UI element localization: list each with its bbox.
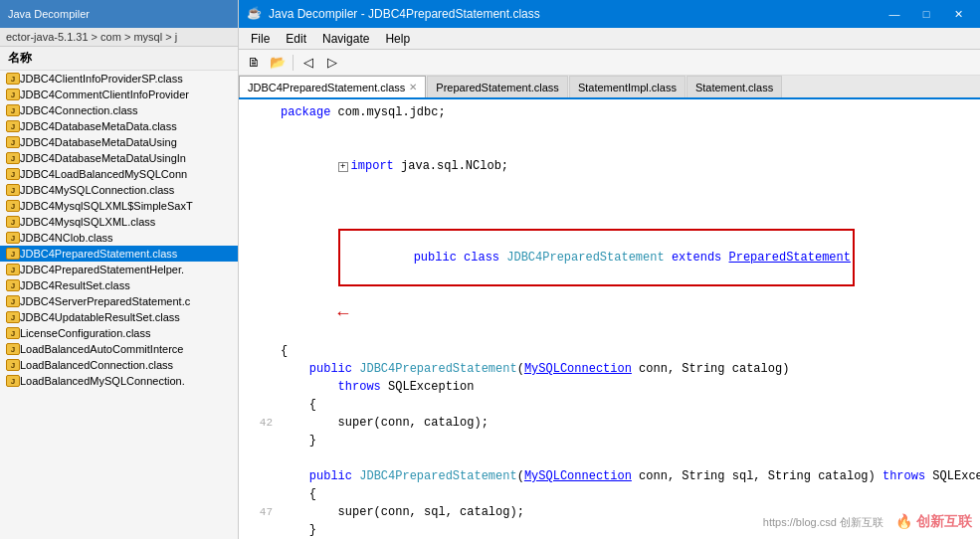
toolbar-forward[interactable]: ▷ bbox=[321, 53, 343, 73]
toolbar-sep bbox=[293, 55, 294, 71]
list-item[interactable]: JJDBC4MysqlSQLXML.class bbox=[0, 214, 238, 230]
file-name: JDBC4PreparedStatementHelper. bbox=[20, 264, 184, 275]
class-icon: J bbox=[6, 327, 20, 339]
list-item[interactable]: JJDBC4ClientInfoProviderSP.class bbox=[0, 71, 238, 87]
sidebar-header: Java Decompiler bbox=[0, 0, 238, 28]
app-icon: ☕ bbox=[247, 6, 263, 22]
list-item[interactable]: JJDBC4DatabaseMetaData.class bbox=[0, 118, 238, 134]
list-item[interactable]: JLoadBalancedMySQLConnection. bbox=[0, 373, 238, 389]
file-name: LoadBalancedAutoCommitInterce bbox=[20, 343, 183, 355]
tab-3[interactable]: Statement.class bbox=[686, 76, 782, 97]
file-name: JDBC4DatabaseMetaDataUsing bbox=[20, 136, 177, 148]
class-icon: J bbox=[6, 89, 20, 100]
file-name: JDBC4DatabaseMetaData.class bbox=[20, 120, 177, 132]
list-item[interactable]: JLoadBalancedAutoCommitInterce bbox=[0, 341, 238, 357]
sidebar: Java Decompiler ector-java-5.1.31 > com … bbox=[0, 0, 239, 539]
file-name: LoadBalancedMySQLConnection. bbox=[20, 375, 185, 387]
list-item[interactable]: JJDBC4LoadBalancedMySQLConn bbox=[0, 166, 238, 182]
code-line: +import java.sql.NClob; bbox=[239, 139, 980, 193]
file-name: JDBC4UpdatableResultSet.class bbox=[20, 311, 180, 323]
class-icon: J bbox=[6, 104, 20, 116]
tab-2[interactable]: StatementImpl.class bbox=[569, 76, 686, 97]
class-icon: J bbox=[6, 216, 20, 228]
file-name: LicenseConfiguration.class bbox=[20, 327, 150, 339]
class-declaration-line: public class JDBC4PreparedStatement exte… bbox=[239, 211, 980, 342]
list-item[interactable]: JLoadBalancedConnection.class bbox=[0, 357, 238, 373]
menu-item-edit[interactable]: Edit bbox=[278, 30, 314, 48]
class-icon: J bbox=[6, 359, 20, 371]
watermark: https://blog.csd 创新互联 🔥 创新互联 bbox=[763, 513, 972, 531]
file-name: JDBC4MysqlSQLXML.class bbox=[20, 216, 155, 228]
file-name: LoadBalancedConnection.class bbox=[20, 359, 173, 371]
file-name: JDBC4MySQLConnection.class bbox=[20, 184, 174, 196]
class-icon: J bbox=[6, 120, 20, 132]
list-item[interactable]: JJDBC4DatabaseMetaDataUsingIn bbox=[0, 150, 238, 166]
file-name: JDBC4PreparedStatement.class bbox=[20, 248, 177, 260]
menu-item-file[interactable]: File bbox=[243, 30, 278, 48]
red-arrow-icon: ← bbox=[338, 303, 349, 323]
file-name: JDBC4ServerPreparedStatement.c bbox=[20, 295, 190, 307]
tab-1[interactable]: PreparedStatement.class bbox=[427, 76, 568, 97]
tabs-bar: JDBC4PreparedStatement.class✕PreparedSta… bbox=[239, 76, 980, 99]
list-item[interactable]: JLicenseConfiguration.class bbox=[0, 325, 238, 341]
file-list: JJDBC4ClientInfoProviderSP.classJJDBC4Co… bbox=[0, 71, 238, 534]
file-name: JDBC4Connection.class bbox=[20, 104, 138, 116]
highlight-box: public class JDBC4PreparedStatement exte… bbox=[338, 229, 855, 286]
list-item[interactable]: JJDBC4NClob.class bbox=[0, 230, 238, 246]
class-icon: J bbox=[6, 184, 20, 196]
close-button[interactable]: ✕ bbox=[944, 4, 972, 24]
list-item[interactable]: JJDBC4MysqlSQLXML$SimpleSaxT bbox=[0, 198, 238, 214]
menu-item-help[interactable]: Help bbox=[377, 30, 418, 48]
file-name: JDBC4DatabaseMetaDataUsingIn bbox=[20, 152, 186, 164]
list-item[interactable]: JJDBC4CommentClientInfoProvider bbox=[0, 87, 238, 102]
class-icon: J bbox=[6, 248, 20, 260]
class-icon: J bbox=[6, 279, 20, 291]
window-title: Java Decompiler - JDBC4PreparedStatement… bbox=[269, 7, 881, 21]
file-name: JDBC4LoadBalancedMySQLConn bbox=[20, 168, 187, 180]
list-item[interactable]: JJDBC4UpdatableResultSet.class bbox=[0, 309, 238, 325]
list-item[interactable]: JJDBC4ServerPreparedStatement.c bbox=[0, 293, 238, 309]
list-item[interactable]: JJDBC4MySQLConnection.class bbox=[0, 182, 238, 198]
toolbar: 🗎 📂 ◁ ▷ bbox=[239, 50, 980, 76]
list-item[interactable]: JJDBC4ResultSet.class bbox=[0, 277, 238, 293]
toolbar-new[interactable]: 🗎 bbox=[243, 53, 265, 73]
class-icon: J bbox=[6, 264, 20, 275]
class-icon: J bbox=[6, 295, 20, 307]
list-item[interactable]: JJDBC4PreparedStatementHelper. bbox=[0, 262, 238, 277]
class-icon: J bbox=[6, 136, 20, 148]
brand-logo: 🔥 创新互联 bbox=[895, 513, 972, 529]
code-line: package com.mysql.jdbc; bbox=[239, 103, 980, 121]
class-icon: J bbox=[6, 168, 20, 180]
title-bar: ☕ Java Decompiler - JDBC4PreparedStateme… bbox=[239, 0, 980, 28]
maximize-button[interactable]: □ bbox=[912, 4, 940, 24]
tab-0[interactable]: JDBC4PreparedStatement.class✕ bbox=[239, 76, 426, 97]
window-controls: — □ ✕ bbox=[881, 4, 972, 24]
file-name: JDBC4CommentClientInfoProvider bbox=[20, 89, 189, 100]
expand-icon[interactable]: + bbox=[338, 162, 348, 172]
class-icon: J bbox=[6, 375, 20, 387]
menu-item-navigate[interactable]: Navigate bbox=[314, 30, 377, 48]
breadcrumb: ector-java-5.1.31 > com > mysql > j bbox=[0, 28, 238, 47]
file-name: JDBC4MysqlSQLXML$SimpleSaxT bbox=[20, 200, 193, 212]
tab-close-icon[interactable]: ✕ bbox=[409, 82, 417, 92]
class-icon: J bbox=[6, 343, 20, 355]
class-icon: J bbox=[6, 311, 20, 323]
code-area[interactable]: package com.mysql.jdbc; +import java.sql… bbox=[239, 99, 980, 539]
code-content: package com.mysql.jdbc; +import java.sql… bbox=[239, 99, 980, 539]
toolbar-back[interactable]: ◁ bbox=[297, 53, 319, 73]
minimize-button[interactable]: — bbox=[881, 4, 908, 24]
class-icon: J bbox=[6, 232, 20, 244]
menu-bar: FileEditNavigateHelp bbox=[239, 28, 980, 50]
file-name: JDBC4ClientInfoProviderSP.class bbox=[20, 73, 183, 85]
file-name: JDBC4ResultSet.class bbox=[20, 279, 130, 291]
list-item[interactable]: JJDBC4DatabaseMetaDataUsing bbox=[0, 134, 238, 150]
list-item[interactable]: JJDBC4Connection.class bbox=[0, 102, 238, 118]
toolbar-open[interactable]: 📂 bbox=[267, 53, 289, 73]
sidebar-header-label: Java Decompiler bbox=[8, 8, 90, 20]
file-name: JDBC4NClob.class bbox=[20, 232, 113, 244]
class-icon: J bbox=[6, 152, 20, 164]
column-header: 名称 bbox=[0, 47, 238, 71]
list-item[interactable]: JJDBC4PreparedStatement.class bbox=[0, 246, 238, 262]
class-icon: J bbox=[6, 73, 20, 85]
class-icon: J bbox=[6, 200, 20, 212]
